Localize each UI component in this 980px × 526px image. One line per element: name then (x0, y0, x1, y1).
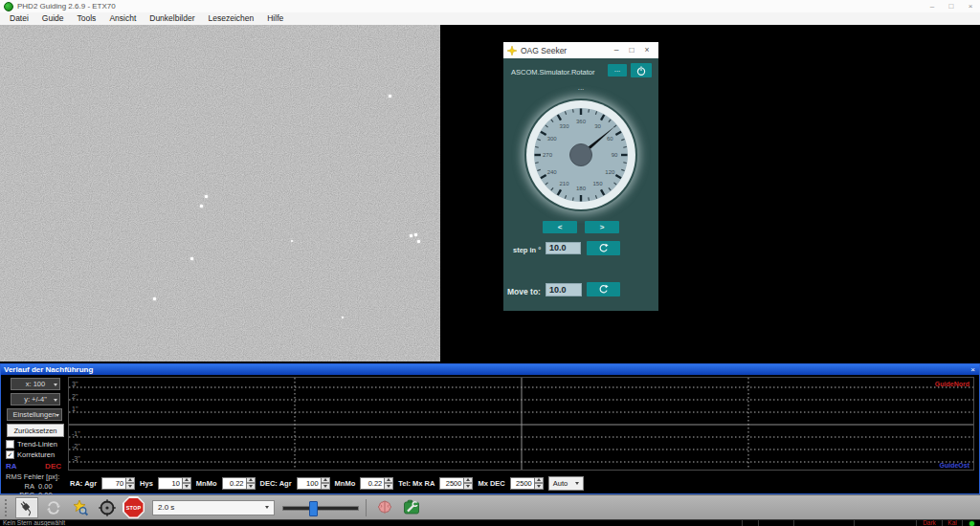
window-title: PHD2 Guiding 2.6.9 - ETX70 (17, 0, 923, 12)
star[interactable] (205, 195, 208, 198)
maximize-button[interactable]: □ (942, 0, 961, 12)
toolbar-grip[interactable] (5, 499, 10, 516)
spinner-value[interactable]: 0.22 (360, 477, 385, 490)
unchecked-checkbox-0[interactable] (6, 440, 14, 449)
spinner-buttons (385, 477, 393, 490)
spinner-down-button[interactable] (535, 483, 544, 490)
settings-button[interactable]: Einstellungen (7, 408, 62, 421)
slider-track (282, 506, 359, 511)
spinner-down-button[interactable] (126, 483, 135, 490)
star[interactable] (190, 257, 193, 260)
rotator-device-label: ASCOM.Simulator.Rotator (511, 68, 595, 77)
rotate-cw-button[interactable]: > (585, 221, 619, 233)
oag-body: ASCOM.Simulator.Rotator ... ... 30609012… (503, 58, 658, 311)
svg-text:180: 180 (576, 186, 587, 191)
menu-item-ansicht[interactable]: Ansicht (102, 12, 143, 25)
reset-button[interactable]: Zurücksetzen (7, 424, 64, 437)
toolbar-separator (366, 499, 367, 516)
status-cell-led (962, 520, 980, 526)
dec-guide-mode-select[interactable]: Auto (548, 476, 584, 491)
menu-item-lesezeichen[interactable]: Lesezeichen (202, 12, 261, 25)
stop-button[interactable]: STOP (122, 496, 145, 518)
spinner-value[interactable]: 100 (297, 477, 322, 490)
star[interactable] (389, 95, 391, 98)
svg-text:330: 330 (559, 123, 569, 129)
advanced-settings-button[interactable] (373, 497, 396, 518)
guide-graph[interactable]: 3"2"1"-1"-2"-3"GuideNordGuideOst (68, 377, 974, 471)
auto-select-star-button[interactable] (69, 497, 92, 518)
minimize-button[interactable]: – (923, 0, 942, 12)
checked-checkbox-1[interactable]: ✓ (6, 450, 14, 459)
dec-aggression-spinner[interactable]: 100 (297, 477, 330, 490)
slider-handle[interactable] (309, 501, 318, 516)
ra-hysteresis-spinner[interactable]: 10 (158, 477, 191, 490)
step-apply-button[interactable] (587, 241, 620, 255)
menu-item-hilfe[interactable]: Hilfe (260, 12, 290, 25)
ra-aggression-spinner[interactable]: 70 (101, 477, 135, 490)
star[interactable] (153, 297, 156, 300)
oag-title-bar[interactable]: OAG Seeker – □ × (503, 42, 658, 58)
gamma-slider[interactable] (282, 499, 359, 516)
spinner-down-button[interactable] (183, 483, 191, 490)
tel-max-ra-spinner[interactable]: 2500 (439, 477, 473, 490)
spinner-down-button[interactable] (322, 483, 330, 490)
camera-settings-button[interactable] (400, 497, 423, 518)
move-to-input[interactable]: 10.0 (546, 283, 582, 296)
svg-text:60: 60 (607, 136, 613, 142)
menu-item-datei[interactable]: Datei (3, 12, 35, 25)
move-apply-button[interactable] (587, 282, 620, 296)
history-title-bar[interactable]: Verlauf der Nachführung × (1, 364, 979, 375)
menu-item-guide[interactable]: Guide (35, 12, 71, 25)
oag-star-icon (507, 46, 517, 55)
x-scale-button[interactable]: x: 100 (11, 378, 60, 390)
status-cell-empty (793, 520, 854, 526)
svg-text:150: 150 (592, 181, 603, 186)
ra-minmove-spinner[interactable]: 0.22 (222, 477, 256, 490)
y-scale-button[interactable]: y: +/-4" (11, 393, 60, 405)
star[interactable] (200, 205, 203, 208)
star[interactable] (410, 234, 412, 237)
exposure-value: 2.0 s (158, 503, 174, 512)
close-button[interactable]: × (961, 0, 980, 12)
dec-minmove-spinner[interactable]: 0.22 (360, 477, 393, 490)
star[interactable] (291, 240, 293, 242)
menu-item-dunkelbilder[interactable]: Dunkelbilder (143, 12, 201, 25)
spinner-down-button[interactable] (247, 483, 256, 490)
oag-maximize-button[interactable]: □ (624, 42, 639, 58)
star[interactable] (342, 317, 344, 318)
history-close-button[interactable]: × (970, 364, 979, 375)
move-to-label: Move to: (507, 287, 541, 296)
svg-text:270: 270 (543, 152, 553, 158)
spinner-value[interactable]: 70 (101, 477, 126, 490)
spinner-down-button[interactable] (385, 483, 393, 490)
star[interactable] (417, 240, 420, 243)
loop-icon (44, 498, 63, 517)
ra-minmove-label: MnMo (196, 479, 217, 488)
loop-exposures-button[interactable] (42, 497, 65, 518)
rotate-ccw-button[interactable]: < (543, 221, 577, 233)
star[interactable] (414, 233, 417, 236)
tel-max-dec-spinner[interactable]: 2500 (510, 477, 544, 490)
start-guiding-button[interactable] (96, 497, 119, 518)
rotator-power-button[interactable] (631, 63, 652, 77)
svg-text:300: 300 (547, 136, 558, 142)
oag-minimize-button[interactable]: – (609, 42, 624, 58)
usb-plug-icon (17, 498, 36, 517)
rotator-dial[interactable]: 306090120150180210240270300330360 (524, 99, 637, 211)
spinner-value[interactable]: 0.22 (222, 477, 247, 490)
down-arrow-icon (537, 485, 541, 488)
connect-equipment-button[interactable] (15, 497, 38, 518)
spinner-value[interactable]: 10 (158, 477, 183, 490)
exposure-duration-select[interactable]: 2.0 s (152, 500, 275, 515)
starfield-image[interactable] (0, 25, 440, 362)
spinner-value[interactable]: 2500 (439, 477, 464, 490)
menu-bar: DateiGuideToolsAnsichtDunkelbilderLeseze… (0, 12, 980, 25)
spinner-value[interactable]: 2500 (510, 477, 535, 490)
oag-close-button[interactable]: × (639, 42, 655, 58)
step-in-input[interactable]: 10.0 (546, 242, 581, 254)
choose-rotator-button[interactable]: ... (608, 64, 627, 77)
history-body: x: 100 y: +/-4" Einstellungen Zurücksetz… (1, 375, 979, 493)
spinner-down-button[interactable] (464, 483, 473, 490)
menu-item-tools[interactable]: Tools (71, 12, 103, 25)
oag-seeker-window: OAG Seeker – □ × ASCOM.Simulator.Rotator… (503, 42, 658, 311)
